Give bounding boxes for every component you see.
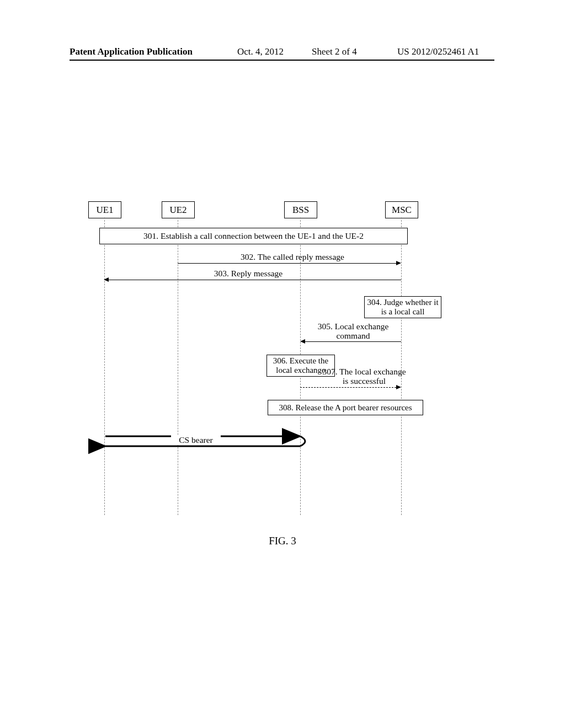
figure-caption: FIG. 3 bbox=[0, 535, 565, 547]
arrow-303 bbox=[109, 280, 401, 280]
step-308-box: 308. Release the A port bearer resources bbox=[268, 400, 423, 415]
lifeline-ue1 bbox=[104, 217, 105, 515]
sequence-diagram: UE1 UE2 BSS MSC 301. Establish a call co… bbox=[88, 201, 486, 510]
arrow-305 bbox=[305, 341, 401, 342]
arrowhead-302 bbox=[396, 261, 401, 265]
actor-ue2: UE2 bbox=[162, 201, 195, 218]
actor-ue1: UE1 bbox=[88, 201, 121, 218]
cs-bearer-label: CS bearer bbox=[171, 435, 221, 445]
step-305-label: 305. Local exchange command bbox=[309, 322, 397, 340]
header-rule bbox=[70, 60, 494, 61]
actor-msc: MSC bbox=[385, 201, 418, 218]
arrowhead-305 bbox=[300, 339, 305, 344]
page: Patent Application Publication Oct. 4, 2… bbox=[0, 0, 565, 728]
header-publication: Patent Application Publication bbox=[70, 46, 193, 57]
arrow-307 bbox=[300, 387, 396, 388]
step-307-label: 307. The local exchange is successful bbox=[320, 367, 408, 386]
header-pubno: US 2012/0252461 A1 bbox=[397, 46, 479, 57]
step-304-label: 304. Judge whether it is a local call bbox=[365, 298, 441, 317]
arrowhead-307 bbox=[396, 385, 401, 389]
step-302-label: 302. The called reply message bbox=[221, 252, 364, 262]
actor-bss: BSS bbox=[284, 201, 317, 218]
step-303-label: 303. Reply message bbox=[193, 269, 303, 279]
step-308-label: 308. Release the A port bearer resources bbox=[279, 403, 412, 413]
lifeline-msc bbox=[401, 217, 402, 515]
step-301-label: 301. Establish a call connection between… bbox=[143, 231, 364, 241]
arrowhead-303 bbox=[104, 277, 109, 282]
header-date: Oct. 4, 2012 bbox=[237, 46, 284, 57]
step-304-box: 304. Judge whether it is a local call bbox=[364, 296, 441, 318]
step-301-box: 301. Establish a call connection between… bbox=[99, 228, 408, 244]
lifeline-ue2 bbox=[178, 217, 178, 515]
header-sheet: Sheet 2 of 4 bbox=[312, 46, 357, 57]
arrow-302 bbox=[178, 263, 397, 264]
